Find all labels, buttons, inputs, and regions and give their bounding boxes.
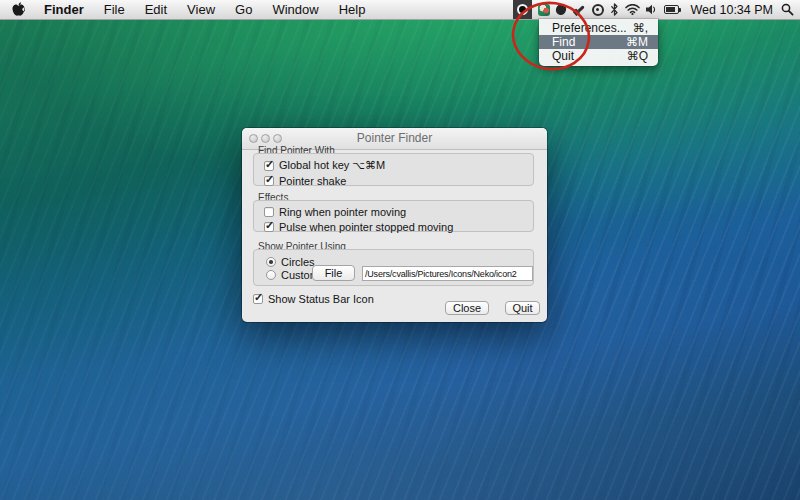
checkbox-row-pulse-when-stopped[interactable]: Pulse when pointer stopped moving <box>264 221 533 233</box>
circles-label: Circles <box>281 256 315 268</box>
status-item-3[interactable] <box>556 0 566 19</box>
pointer-finder-status-menu: Preferences... ⌘, Find ⌘M Quit ⌘Q <box>539 19 658 66</box>
pulse-when-stopped-label: Pulse when pointer stopped moving <box>279 221 453 233</box>
pointer-finder-window: Pointer Finder Find Pointer With Global … <box>242 128 547 322</box>
menu-view[interactable]: View <box>177 0 225 19</box>
menu-item-quit-label: Quit <box>552 49 574 63</box>
pointer-finder-status-icon <box>517 4 528 15</box>
checkbox-row-global-hot-key[interactable]: Global hot key ⌥⌘M <box>264 159 533 172</box>
bluetooth-icon <box>610 3 619 16</box>
apple-icon <box>12 2 25 17</box>
menu-go[interactable]: Go <box>225 0 262 19</box>
menu-finder[interactable]: Finder <box>34 0 94 19</box>
group-show-pointer-using: Circles Custom File /Users/cvallis/Pictu… <box>253 249 534 286</box>
menu-bar-left: Finder File Edit View Go Window Help <box>0 0 375 19</box>
menu-item-preferences[interactable]: Preferences... ⌘, <box>539 21 658 35</box>
volume-icon <box>646 4 658 15</box>
menu-item-preferences-shortcut: ⌘, <box>633 21 648 35</box>
pointer-shake-checkbox[interactable] <box>264 176 274 186</box>
radio-row-circles[interactable]: Circles <box>266 256 315 268</box>
menu-bar: Finder File Edit View Go Window Help <box>0 0 800 20</box>
pointer-finder-status-item[interactable] <box>513 0 532 19</box>
menu-item-quit[interactable]: Quit ⌘Q <box>539 49 658 63</box>
menu-file[interactable]: File <box>94 0 135 19</box>
bluetooth-menu[interactable] <box>610 0 619 19</box>
mouse-silhouette-icon <box>554 3 566 16</box>
desktop: Pointer Finder Find Pointer With Global … <box>0 0 800 500</box>
menu-item-find-label: Find <box>552 35 575 49</box>
show-status-bar-icon-checkbox[interactable] <box>253 294 263 304</box>
wifi-icon <box>625 4 640 15</box>
volume-menu[interactable] <box>646 0 658 19</box>
show-status-bar-icon-label: Show Status Bar Icon <box>268 293 374 305</box>
battery-menu[interactable] <box>664 0 683 19</box>
checkbox-row-show-status-bar-icon[interactable]: Show Status Bar Icon <box>253 293 374 305</box>
pulse-when-stopped-checkbox[interactable] <box>264 222 274 232</box>
radio-row-custom[interactable]: Custom <box>266 269 319 281</box>
checkbox-row-pointer-shake[interactable]: Pointer shake <box>264 175 533 187</box>
pointer-shake-label: Pointer shake <box>279 175 346 187</box>
status-item-4[interactable] <box>572 0 586 19</box>
status-item-2[interactable] <box>538 0 550 19</box>
quit-button[interactable]: Quit <box>505 301 540 315</box>
group-find-pointer-with: Global hot key ⌥⌘M Pointer shake <box>253 153 534 186</box>
menu-bar-clock[interactable]: Wed 10:34 PM <box>689 3 775 17</box>
menu-item-find[interactable]: Find ⌘M <box>539 35 658 49</box>
file-button[interactable]: File <box>312 265 355 281</box>
flashlight-icon <box>569 0 589 19</box>
menu-window[interactable]: Window <box>262 0 328 19</box>
close-button[interactable]: Close <box>445 301 489 315</box>
battery-icon <box>664 5 683 14</box>
menu-bar-status-area: Wed 10:34 PM <box>513 0 800 19</box>
spotlight-search-icon <box>781 3 794 16</box>
global-hot-key-label: Global hot key ⌥⌘M <box>279 159 385 172</box>
custom-radio[interactable] <box>266 270 276 280</box>
menu-item-quit-shortcut: ⌘Q <box>627 49 648 63</box>
ring-when-moving-checkbox[interactable] <box>264 207 274 217</box>
menu-edit[interactable]: Edit <box>135 0 177 19</box>
group-effects: Ring when pointer moving Pulse when poin… <box>253 200 534 232</box>
circles-radio[interactable] <box>266 257 276 267</box>
menu-item-preferences-label: Preferences... <box>552 21 627 35</box>
menu-item-find-shortcut: ⌘M <box>626 35 648 49</box>
ring-when-moving-label: Ring when pointer moving <box>279 206 406 218</box>
global-hot-key-checkbox[interactable] <box>264 161 274 171</box>
colorful-app-icon <box>538 4 550 16</box>
custom-icon-path-field[interactable]: /Users/cvallis/Pictures/Icons/Neko/icon2 <box>362 266 533 281</box>
apple-menu[interactable] <box>12 0 34 19</box>
checkbox-row-ring-when-moving[interactable]: Ring when pointer moving <box>264 206 533 218</box>
menu-help[interactable]: Help <box>329 0 376 19</box>
status-item-5[interactable] <box>592 0 604 19</box>
wifi-menu[interactable] <box>625 0 640 19</box>
spotlight-menu[interactable] <box>781 0 794 19</box>
target-icon <box>592 4 604 16</box>
